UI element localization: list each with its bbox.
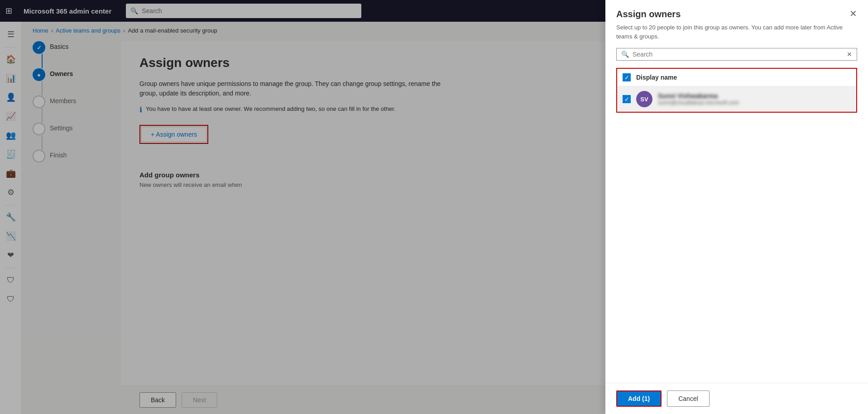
user-info: Sunni Vishwakarma sunni@cloudlabsai.micr… xyxy=(658,92,739,106)
assign-owners-panel: Assign owners ✕ Select up to 20 people t… xyxy=(605,0,868,414)
check-icon: ✓ xyxy=(624,74,629,81)
panel-table: ✓ Display name ✓ SV Sunni Vishwakarma su… xyxy=(605,68,868,383)
user-avatar: SV xyxy=(636,91,652,107)
add-button[interactable]: Add (1) xyxy=(616,390,662,407)
panel-description: Select up to 20 people to join this grou… xyxy=(605,19,868,48)
panel-search-wrap: 🔍 ✕ xyxy=(605,48,868,68)
table-row[interactable]: ✓ SV Sunni Vishwakarma sunni@cloudlabsai… xyxy=(617,86,856,112)
panel-search-icon: 🔍 xyxy=(621,51,629,58)
user-name: Sunni Vishwakarma xyxy=(658,92,739,100)
header-checkbox[interactable]: ✓ xyxy=(623,73,631,81)
row-checkbox[interactable]: ✓ xyxy=(623,95,631,103)
panel-close-button[interactable]: ✕ xyxy=(849,9,857,18)
table-header-label: Display name xyxy=(636,74,677,81)
panel-search-box[interactable]: 🔍 ✕ xyxy=(616,48,857,61)
user-email: sunni@cloudlabsai.microsoft.com xyxy=(658,100,739,106)
panel-footer: Add (1) Cancel xyxy=(605,383,868,414)
table-header: ✓ Display name xyxy=(617,69,856,86)
panel-overlay[interactable]: Assign owners ✕ Select up to 20 people t… xyxy=(0,0,868,414)
panel-header: Assign owners ✕ xyxy=(605,0,868,19)
panel-search-input[interactable] xyxy=(633,51,843,58)
panel-search-clear-icon[interactable]: ✕ xyxy=(847,51,852,58)
panel-title: Assign owners xyxy=(616,9,681,19)
cancel-button[interactable]: Cancel xyxy=(667,390,710,407)
table-box: ✓ Display name ✓ SV Sunni Vishwakarma su… xyxy=(616,68,857,113)
row-check-icon: ✓ xyxy=(624,96,629,103)
